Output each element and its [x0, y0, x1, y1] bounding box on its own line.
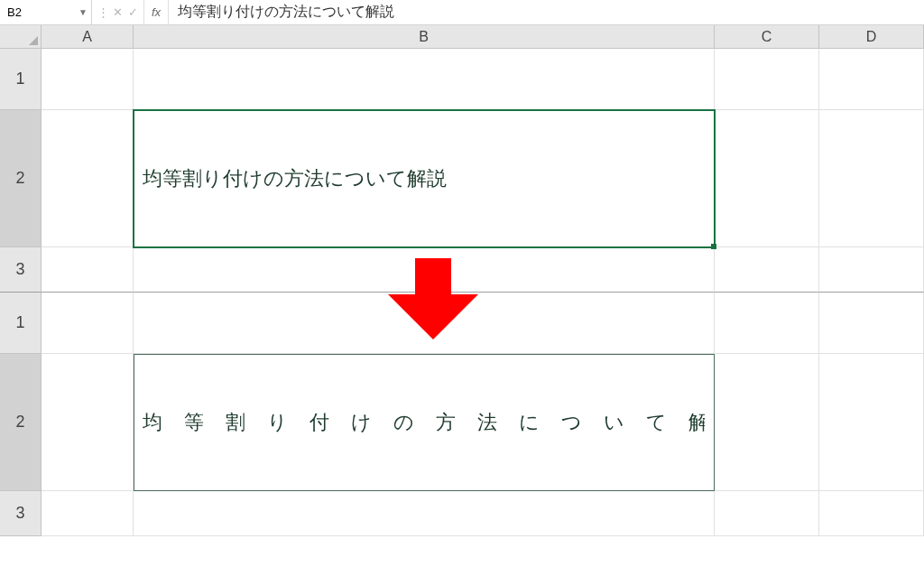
- table-row: 3: [0, 247, 924, 293]
- row-header[interactable]: 3: [0, 247, 42, 293]
- chevron-down-icon[interactable]: ▼: [79, 7, 88, 17]
- formula-bar-buttons: ⋮ ✕ ✓: [92, 0, 144, 24]
- cell-B1[interactable]: [134, 49, 715, 110]
- cell-D2-b[interactable]: [819, 354, 924, 491]
- cell-D3-b[interactable]: [819, 491, 924, 536]
- cell-B3-b[interactable]: [134, 491, 715, 536]
- cell-B2-b[interactable]: 均等割り付けの方法について解説: [134, 354, 715, 491]
- column-header-C[interactable]: C: [715, 25, 819, 49]
- row-header[interactable]: 3: [0, 491, 42, 536]
- cell-A3[interactable]: [42, 247, 134, 293]
- column-header-D[interactable]: D: [819, 25, 924, 49]
- cell-D1[interactable]: [819, 49, 924, 110]
- cell-A2[interactable]: [42, 110, 134, 247]
- cell-A2-b[interactable]: [42, 354, 134, 491]
- cell-B2[interactable]: 均等割り付けの方法について解説: [134, 110, 715, 247]
- table-row: 2 均等割り付けの方法について解説: [0, 110, 924, 247]
- row-header[interactable]: 1: [0, 293, 42, 354]
- name-box[interactable]: B2 ▼: [0, 0, 92, 24]
- cell-A1-b[interactable]: [42, 293, 134, 354]
- cell-B3[interactable]: [134, 247, 715, 293]
- column-header-B[interactable]: B: [134, 25, 715, 49]
- cell-A1[interactable]: [42, 49, 134, 110]
- table-row: 3: [0, 491, 924, 536]
- cell-text-distributed: 均等割り付けの方法について解説: [143, 409, 705, 436]
- table-row: 1: [0, 293, 924, 354]
- confirm-icon[interactable]: ✓: [128, 5, 138, 19]
- table-row: 1: [0, 49, 924, 110]
- cell-C1[interactable]: [715, 49, 819, 110]
- cell-D1-b[interactable]: [819, 293, 924, 354]
- cell-C3[interactable]: [715, 247, 819, 293]
- formula-bar: B2 ▼ ⋮ ✕ ✓ fx 均等割り付けの方法について解説: [0, 0, 924, 25]
- cell-C2-b[interactable]: [715, 354, 819, 491]
- spreadsheet: A B C D 1 2 均等割り付けの方法について解説 3 1 2: [0, 25, 924, 536]
- row-header[interactable]: 2: [0, 354, 42, 491]
- dots-icon: ⋮: [97, 5, 107, 19]
- select-all-corner[interactable]: [0, 25, 42, 49]
- cell-B1-b[interactable]: [134, 293, 715, 354]
- cell-C2[interactable]: [715, 110, 819, 247]
- row-header[interactable]: 2: [0, 110, 42, 247]
- cell-C3-b[interactable]: [715, 491, 819, 536]
- cell-D2[interactable]: [819, 110, 924, 247]
- name-box-value: B2: [7, 5, 22, 19]
- table-row: 2 均等割り付けの方法について解説: [0, 354, 924, 491]
- cell-D3[interactable]: [819, 247, 924, 293]
- column-headers: A B C D: [0, 25, 924, 49]
- fx-label[interactable]: fx: [144, 0, 169, 24]
- cell-A3-b[interactable]: [42, 491, 134, 536]
- cell-text: 均等割り付けの方法について解説: [143, 165, 447, 192]
- cell-C1-b[interactable]: [715, 293, 819, 354]
- column-header-A[interactable]: A: [42, 25, 134, 49]
- cancel-icon[interactable]: ✕: [113, 5, 123, 19]
- formula-input[interactable]: 均等割り付けの方法について解説: [169, 0, 924, 24]
- row-header[interactable]: 1: [0, 49, 42, 110]
